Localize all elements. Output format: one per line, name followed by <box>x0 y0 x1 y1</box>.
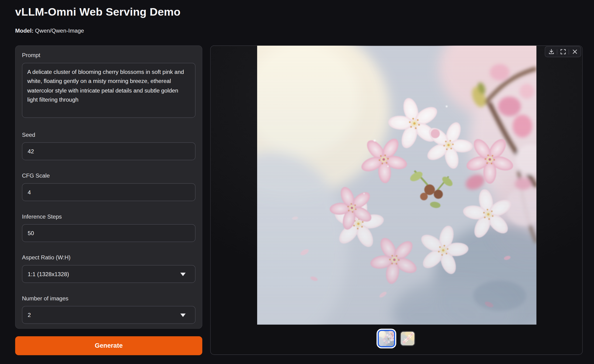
cfg-scale-value: 4 <box>28 189 31 196</box>
prompt-label: Prompt <box>22 52 195 59</box>
cfg-scale-input[interactable]: 4 <box>22 183 195 201</box>
close-icon <box>572 49 577 54</box>
num-images-select[interactable]: 2 <box>22 306 195 324</box>
cfg-scale-group: CFG Scale 4 <box>22 172 195 201</box>
model-value: Qwen/Qwen-Image <box>35 27 84 34</box>
num-images-label: Number of images <box>22 295 195 302</box>
thumbnail-image <box>378 330 395 347</box>
num-images-group: Number of images 2 <box>22 295 195 324</box>
aspect-ratio-select[interactable]: 1:1 (1328x1328) <box>22 265 195 283</box>
download-button[interactable] <box>546 47 556 56</box>
seed-group: Seed 42 <box>22 132 195 160</box>
toolbar-divider <box>557 49 557 54</box>
page-root: vLLM-Omni Web Serving Demo Model: Qwen/Q… <box>0 0 594 364</box>
inference-steps-value: 50 <box>28 230 34 236</box>
page-title: vLLM-Omni Web Serving Demo <box>15 6 579 18</box>
inference-steps-label: Inference Steps <box>22 213 195 220</box>
inference-steps-group: Inference Steps 50 <box>22 213 195 242</box>
inference-steps-input[interactable]: 50 <box>22 224 195 242</box>
header: vLLM-Omni Web Serving Demo Model: Qwen/Q… <box>0 0 594 34</box>
close-button[interactable] <box>570 47 580 56</box>
thumbnail-strip <box>211 330 582 347</box>
model-line: Model: Qwen/Qwen-Image <box>15 27 579 34</box>
fullscreen-icon <box>560 49 566 54</box>
generate-button[interactable]: Generate <box>15 336 202 355</box>
chevron-down-icon <box>180 272 186 276</box>
aspect-ratio-label: Aspect Ratio (W:H) <box>22 254 195 260</box>
model-label: Model: <box>15 27 34 34</box>
download-icon <box>548 49 554 54</box>
thumbnail-1[interactable] <box>378 330 395 347</box>
generated-image[interactable] <box>257 46 536 325</box>
thumbnail-2[interactable] <box>400 331 415 346</box>
image-stage <box>211 46 582 325</box>
fullscreen-button[interactable] <box>558 47 568 56</box>
toolbar-divider <box>569 49 569 54</box>
seed-value: 42 <box>28 148 34 154</box>
chevron-down-icon <box>180 313 186 317</box>
aspect-ratio-group: Aspect Ratio (W:H) 1:1 (1328x1328) <box>22 254 195 283</box>
prompt-textarea[interactable]: A delicate cluster of blooming cherry bl… <box>22 63 195 118</box>
settings-panel: Prompt A delicate cluster of blooming ch… <box>15 46 202 329</box>
main-content: Prompt A delicate cluster of blooming ch… <box>15 46 583 364</box>
aspect-ratio-value: 1:1 (1328x1328) <box>28 271 69 277</box>
image-toolbar <box>545 46 581 57</box>
thumbnail-image <box>400 331 415 346</box>
seed-input[interactable]: 42 <box>22 142 195 160</box>
controls-column: Prompt A delicate cluster of blooming ch… <box>15 46 202 355</box>
num-images-value: 2 <box>28 311 31 318</box>
output-viewer-panel <box>210 46 583 355</box>
cfg-scale-label: CFG Scale <box>22 172 195 179</box>
seed-label: Seed <box>22 132 195 138</box>
